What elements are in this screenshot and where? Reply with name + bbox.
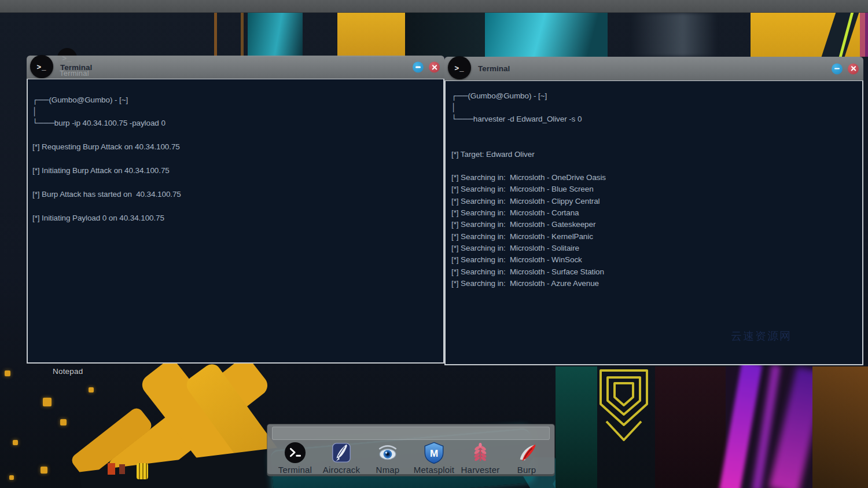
- desktop: >_ Terminal Notepad >_ Terminal ┌──(Gumb…: [0, 0, 868, 488]
- dock-label: Metasploit: [414, 465, 454, 475]
- output-line: [*] Initiating Burp Attack on 40.34.100.…: [32, 165, 443, 177]
- bg-shield-emblem: [591, 368, 656, 442]
- bg-magenta-edge: [860, 13, 868, 57]
- metasploit-icon: M: [423, 442, 445, 464]
- minimize-icon: [834, 68, 840, 69]
- command-line: └───harvester -d Edward_Oliver -s 0: [451, 113, 862, 125]
- dock-label: Nmap: [376, 465, 400, 475]
- bg-face-shadow: [405, 13, 486, 57]
- left-window-titlebar[interactable]: >_ Terminal: [27, 56, 444, 79]
- bg-dot: [43, 398, 52, 406]
- terminal-prompt-glyph: >_: [455, 64, 465, 72]
- bg-gray-streak: [631, 13, 718, 57]
- command-line: └───burp -ip 40.34.100.75 -payload 0: [32, 118, 443, 129]
- burp-icon: [516, 442, 538, 464]
- output-line: [*] Initiating Payload 0 on 40.34.100.75: [32, 212, 443, 224]
- output-line: [*] Searching in: Microsloth - Cortana: [451, 207, 862, 219]
- dock-label: Harvester: [461, 465, 500, 475]
- bg-maroon-block: [655, 366, 726, 488]
- prompt-line: ┌──(Gumbo@Gumbo) - [~]: [32, 94, 443, 106]
- bg-red-chip: [108, 463, 115, 475]
- dock-item-burp[interactable]: Burp: [505, 442, 549, 475]
- output-line: [*] Searching in: Microsloth - Azure Ave…: [451, 278, 862, 289]
- minimize-icon: [415, 67, 421, 68]
- desktop-terminal-icon-label[interactable]: Terminal: [60, 69, 89, 78]
- top-taskbar: [0, 0, 868, 13]
- bg-dot: [41, 467, 47, 474]
- nmap-icon: [377, 442, 399, 464]
- close-button[interactable]: [848, 63, 859, 74]
- bg-yellow-block: [337, 13, 405, 57]
- output-line: [*] Requesting Burp Attack on 40.34.100.…: [32, 141, 443, 153]
- dock-item-terminal[interactable]: Terminal: [273, 442, 317, 475]
- terminal-prompt-glyph: >_: [37, 63, 47, 71]
- right-window-titlebar[interactable]: >_ Terminal: [444, 57, 863, 80]
- bg-dot: [89, 387, 94, 392]
- bg-dot: [13, 440, 18, 445]
- right-window-title: Terminal: [478, 64, 510, 73]
- output-line: [*] Searching in: Microsloth - Gateskeep…: [451, 219, 862, 230]
- close-icon: [851, 66, 856, 72]
- bg-orange-line: [214, 13, 217, 57]
- output-line: [*] Searching in: Microsloth - Blue Scre…: [451, 184, 862, 195]
- output-line: [*] Searching in: Microsloth - OneDrive …: [451, 172, 862, 184]
- bg-dot: [60, 419, 67, 425]
- output-line: [*] Searching in: Microsloth - WinSock: [451, 254, 862, 266]
- bg-dot: [9, 475, 14, 480]
- bg-cyan-hair: [485, 13, 608, 57]
- dock-item-metasploit[interactable]: M Metasploit: [412, 442, 456, 475]
- dock-label: Burp: [517, 465, 536, 475]
- dock: Terminal Airocrack: [267, 424, 554, 476]
- minimize-button[interactable]: [413, 62, 424, 73]
- dock-label: Airocrack: [323, 465, 360, 475]
- close-icon: [432, 64, 437, 70]
- terminal-icon: [284, 442, 306, 464]
- dock-item-harvester[interactable]: Harvester: [458, 442, 502, 475]
- prompt-line: ┌──(Gumbo@Gumbo) - [~]: [451, 90, 862, 102]
- prompt-line: │: [451, 102, 862, 113]
- dock-label: Terminal: [278, 465, 312, 475]
- output-line: [*] Target: Edward Oliver: [451, 149, 862, 160]
- bg-fist-emblem: [137, 463, 148, 479]
- close-button[interactable]: [429, 62, 440, 73]
- dock-items: Terminal Airocrack: [273, 442, 549, 475]
- output-line: [*] Searching in: Microsloth - Solitaire: [451, 243, 862, 254]
- bg-orange-line: [241, 13, 244, 57]
- bg-orange-block: [812, 366, 868, 488]
- minimize-button[interactable]: [832, 63, 843, 74]
- bg-dot: [5, 370, 10, 376]
- terminal-window-left: >_ Terminal ┌──(Gumbo@Gumbo) - [~] │ └──…: [27, 56, 444, 365]
- bg-cyan-hair: [248, 13, 303, 57]
- svg-text:M: M: [430, 448, 438, 459]
- output-line: [*] Burp Attack has started on 40.34.100…: [32, 189, 443, 200]
- dock-top-strip: [272, 427, 550, 440]
- watermark-text: 云速资源网: [731, 329, 792, 344]
- dock-item-nmap[interactable]: Nmap: [366, 442, 410, 475]
- airocrack-icon: [330, 442, 352, 464]
- terminal-window-right: >_ Terminal ┌──(Gumbo@Gumbo) - [~] │ └──…: [444, 57, 863, 366]
- output-line: [*] Searching in: Microsloth - KernelPan…: [451, 231, 862, 243]
- terminal-app-icon: >_: [448, 56, 471, 79]
- right-terminal-output-area[interactable]: ┌──(Gumbo@Gumbo) - [~] │ └───harvester -…: [444, 80, 863, 365]
- prompt-line: │: [32, 106, 443, 118]
- output-line: [*] Searching in: Microsloth - Surface S…: [451, 266, 862, 278]
- desktop-notepad-icon-label[interactable]: Notepad: [53, 367, 83, 376]
- search-results-block: [*] Searching in: Microsloth - OneDrive …: [451, 172, 862, 289]
- harvester-icon: [469, 442, 491, 464]
- terminal-app-icon: >_: [30, 55, 53, 78]
- bg-red-chip: [119, 464, 125, 474]
- dock-item-airocrack[interactable]: Airocrack: [319, 442, 363, 475]
- output-line: [*] Searching in: Microsloth - Clippy Ce…: [451, 196, 862, 207]
- left-terminal-output-area[interactable]: ┌──(Gumbo@Gumbo) - [~] │ └───burp -ip 40…: [27, 79, 444, 364]
